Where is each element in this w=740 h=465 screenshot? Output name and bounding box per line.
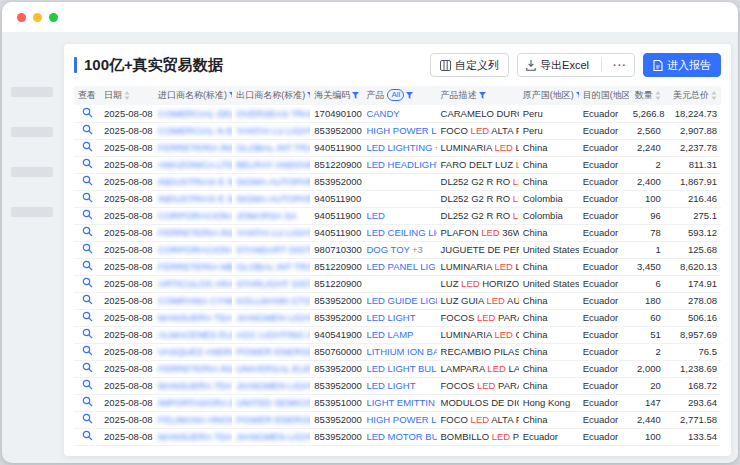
- product-link[interactable]: LIGHT EMITTIN: [366, 397, 434, 408]
- filter-icon[interactable]: [576, 92, 579, 99]
- view-row-button[interactable]: [82, 141, 93, 152]
- col-header-importer[interactable]: 进口商名称(标准): [154, 86, 232, 105]
- cell-total: 125.68: [665, 241, 721, 258]
- cell-exporter: STARLIGHT SIST: [232, 275, 310, 292]
- cell-product: HIGH POWER LED F: [362, 411, 436, 428]
- cell-exporter: KOLLMANN GTS: [232, 292, 310, 309]
- cell-origin: China: [519, 156, 579, 173]
- product-link[interactable]: HIGH POWER LED F: [366, 125, 436, 136]
- col-header-origin[interactable]: 原产国(地区): [519, 86, 579, 105]
- sidebar-skeleton-item: [11, 207, 53, 217]
- cell-origin: China: [519, 224, 579, 241]
- table-row: 2025-08-08FERRETERIA MEGGLOBAL INT TRAD8…: [74, 258, 721, 275]
- view-row-button[interactable]: [82, 311, 93, 322]
- view-row-button[interactable]: [82, 362, 93, 373]
- cell-view: [74, 224, 100, 241]
- col-header-qty[interactable]: 数量: [629, 86, 665, 105]
- view-row-button[interactable]: [82, 243, 93, 254]
- view-row-button[interactable]: [82, 158, 93, 169]
- filter-icon[interactable]: [406, 92, 413, 99]
- view-row-button[interactable]: [82, 413, 93, 424]
- product-link[interactable]: LED MOTOR BULB: [366, 431, 436, 442]
- blurred-company-name: COMPANIA CYWL: [158, 295, 232, 306]
- view-row-button[interactable]: [82, 396, 93, 407]
- product-link[interactable]: LED PANEL LIG: [366, 261, 435, 272]
- filter-icon[interactable]: [307, 92, 310, 99]
- cell-dest: Ecuador: [579, 360, 629, 377]
- view-row-button[interactable]: [82, 124, 93, 135]
- product-link[interactable]: LED LIGHTING: [366, 142, 432, 153]
- sort-icon[interactable]: [711, 91, 717, 100]
- cell-exporter: GLOBAL INT TRAD: [232, 258, 310, 275]
- product-link[interactable]: LED GUIDE LIGHT T: [366, 295, 436, 306]
- minimize-button[interactable]: [33, 13, 42, 22]
- view-row-button[interactable]: [82, 260, 93, 271]
- cell-hs_code: 850760000: [310, 343, 362, 360]
- cell-qty: 2,440: [629, 411, 665, 428]
- cell-view: [74, 360, 100, 377]
- view-row-button[interactable]: [82, 226, 93, 237]
- cell-total: 293.64: [665, 394, 721, 411]
- cell-view: [74, 377, 100, 394]
- cell-hs_code: 853952000: [310, 428, 362, 445]
- cell-date: 2025-08-08: [100, 394, 154, 411]
- sort-icon[interactable]: [124, 91, 130, 100]
- view-row-button[interactable]: [82, 107, 93, 118]
- product-link[interactable]: LED LAMP: [366, 329, 413, 340]
- cell-view: [74, 275, 100, 292]
- filter-icon[interactable]: [229, 92, 232, 99]
- table-row: 2025-08-08INDUSTRIAS E SISSIGMA AUTOPART…: [74, 190, 721, 207]
- cell-total: 811.31: [665, 156, 721, 173]
- col-header-exporter[interactable]: 出口商名称(标准): [232, 86, 310, 105]
- cell-importer: FERRETERIA INSU: [154, 360, 232, 377]
- product-link[interactable]: LITHIUM ION BATTE: [366, 346, 436, 357]
- view-row-button[interactable]: [82, 277, 93, 288]
- cell-importer: VASQUEZ ANDRA: [154, 343, 232, 360]
- filter-icon[interactable]: [479, 92, 486, 99]
- export-more-button[interactable]: ···: [606, 54, 634, 76]
- product-link[interactable]: DOG TOY: [366, 244, 409, 255]
- cell-desc: PLAFON LED 36W C: [437, 224, 519, 241]
- view-row-button[interactable]: [82, 328, 93, 339]
- zoom-button[interactable]: [49, 13, 58, 22]
- product-link[interactable]: LED LIGHT: [366, 380, 415, 391]
- col-header-dest[interactable]: 目的国(地区): [579, 86, 629, 105]
- product-link[interactable]: LED HEADLIGHT: [366, 159, 436, 170]
- export-excel-button[interactable]: 导出Excel ···: [517, 53, 635, 77]
- view-row-button[interactable]: [82, 192, 93, 203]
- col-header-total[interactable]: 美元总价: [665, 86, 721, 105]
- col-header-view[interactable]: 查看: [74, 86, 100, 105]
- view-row-button[interactable]: [82, 209, 93, 220]
- col-header-date[interactable]: 日期: [100, 86, 154, 105]
- product-link[interactable]: HIGH POWER LED F: [366, 414, 436, 425]
- product-more-count: +1: [434, 142, 436, 153]
- view-row-button[interactable]: [82, 175, 93, 186]
- window-titlebar: [2, 2, 738, 32]
- product-filter-badge[interactable]: All: [387, 89, 404, 101]
- magnifier-icon: [82, 175, 93, 186]
- close-button[interactable]: [17, 13, 26, 22]
- cell-dest: Ecuador: [579, 428, 629, 445]
- view-row-button[interactable]: [82, 345, 93, 356]
- col-header-product[interactable]: 产品All: [362, 86, 436, 105]
- keyword-highlight: LED: [513, 193, 519, 204]
- product-link[interactable]: CANDY: [366, 108, 399, 119]
- customize-columns-button[interactable]: 自定义列: [430, 53, 509, 77]
- cell-total: 2,237.78: [665, 139, 721, 156]
- product-link[interactable]: LED LIGHT BULB: [366, 363, 436, 374]
- cell-product: [362, 173, 436, 190]
- cell-view: [74, 105, 100, 122]
- view-row-button[interactable]: [82, 430, 93, 441]
- col-header-desc[interactable]: 产品描述: [437, 86, 519, 105]
- view-row-button[interactable]: [82, 379, 93, 390]
- cell-origin: Hong Kong: [519, 394, 579, 411]
- product-link[interactable]: LED: [366, 210, 384, 221]
- sort-icon[interactable]: [655, 91, 661, 100]
- enter-report-button[interactable]: 进入报告: [643, 53, 721, 77]
- col-header-hs_code[interactable]: 海关编码: [310, 86, 362, 105]
- product-link[interactable]: LED CEILING LIGHT: [366, 227, 436, 238]
- cell-hs_code: 853952000: [310, 309, 362, 326]
- view-row-button[interactable]: [82, 294, 93, 305]
- product-link[interactable]: LED LIGHT: [366, 312, 415, 323]
- filter-icon[interactable]: [352, 92, 359, 99]
